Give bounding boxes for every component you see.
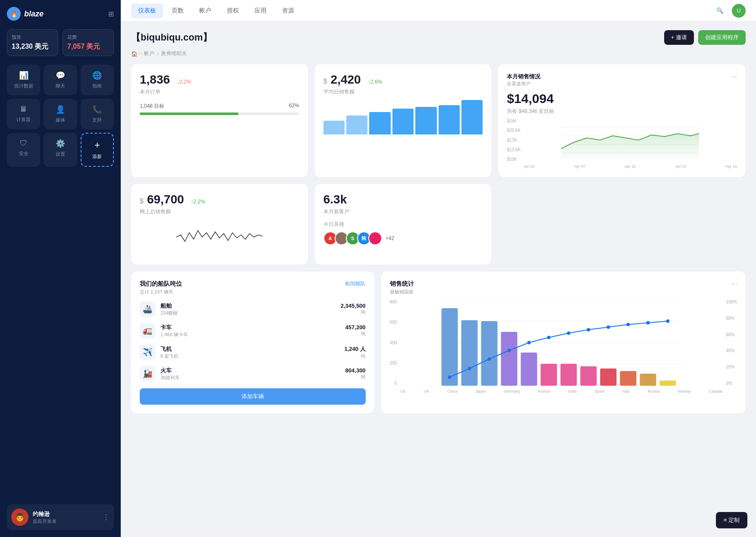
total-dollar: $ [140, 197, 144, 205]
x-us: US [400, 389, 406, 393]
tab-accounts[interactable]: 帐户 [192, 3, 218, 18]
tab-auth[interactable]: 授权 [220, 3, 246, 18]
progress-bar [140, 112, 299, 115]
monthly-chart-container: $24k $20.5K $17K $13.5K $10K [507, 119, 737, 169]
fleet-list: 🚢 船舶 234艘舰 2,345,500 吨 🚛 卡车 [140, 301, 366, 381]
svg-rect-14 [541, 364, 557, 386]
train-count: 36路列车 [160, 375, 340, 381]
sales-x-labels: US UK China Japan Germany France India S… [399, 389, 723, 393]
user-menu-icon[interactable]: ⋮ [103, 513, 110, 521]
fleet-title-area: 我们的船队吨位 总计 1,247 辆车 [140, 280, 182, 295]
sidebar-item-guide[interactable]: 🌐 指南 [81, 65, 114, 95]
svg-point-21 [448, 375, 452, 379]
sidebar-item-settings-label: 设置 [56, 151, 65, 157]
avg-sales-label: 平均日销售额 [323, 88, 483, 96]
stats-grid-bottom: $ 69,700 ↑2.2% 网上总销售额 6.3k 本月新客户 今日英雄 [131, 184, 746, 265]
progress-fill [140, 112, 238, 115]
svg-rect-16 [580, 366, 597, 386]
page-title: 【biqubiqu.com】 [131, 31, 212, 44]
user-avatar-btn[interactable]: U [732, 4, 746, 18]
sales-stats-card: 销售统计 最畅销国家 ··· 800 600 400 200 0 [381, 272, 746, 413]
orders-card: 1,836 ↓2.2% 本月订单 1,048 目标 62% [131, 64, 308, 177]
expense-card: 花费 7,057 美元 [63, 29, 114, 56]
top-nav: 仪表板 页数 帐户 授权 应用 资源 🔍 U [121, 0, 756, 22]
monthly-sales-more-btn[interactable]: ··· [731, 73, 737, 81]
sidebar-item-media[interactable]: 👤 媒体 [44, 99, 77, 129]
sidebar-item-support[interactable]: 📞 支持 [81, 99, 114, 129]
fleet-item-train: 🚂 火车 36路列车 804,300 吨 [140, 366, 366, 381]
tab-apps[interactable]: 应用 [248, 3, 273, 18]
ship-name: 船舶 [160, 302, 336, 310]
create-app-button[interactable]: 创建应用程序 [698, 30, 746, 45]
y-label-1: $24k [507, 119, 521, 123]
fleet-card: 我们的船队吨位 总计 1,247 辆车 检阅舰队 🚢 船舶 234艘舰 2,34… [131, 272, 374, 413]
invite-button[interactable]: + 邀请 [664, 30, 694, 45]
pct-20: 20% [726, 365, 737, 369]
train-unit: 吨 [345, 374, 366, 380]
train-amount: 804,300 [345, 367, 366, 374]
budget-label: 预算 [12, 34, 53, 41]
monthly-sales-title-area: 本月销售情况 全渠道用户 [507, 73, 540, 87]
svg-point-31 [646, 321, 650, 325]
total-sales-card: $ 69,700 ↑2.2% 网上总销售额 [131, 184, 308, 265]
customize-button[interactable]: ≡ 定制 [716, 512, 747, 528]
sales-stats-more-btn[interactable]: ··· [731, 280, 737, 288]
view-fleet-button[interactable]: 检阅舰队 [345, 280, 366, 287]
tab-dashboard[interactable]: 仪表板 [131, 3, 163, 18]
orders-change: ↓2.2% [177, 79, 191, 85]
ship-icon: 🚢 [140, 301, 155, 317]
top-nav-actions: 🔍 U [713, 4, 746, 18]
svg-rect-20 [660, 381, 676, 386]
plane-amount: 1,240 人 [344, 345, 365, 353]
x-japan: Japan [475, 389, 486, 393]
sidebar-item-calculator-label: 计算器 [16, 116, 31, 123]
pct-40: 40% [726, 348, 737, 353]
ship-count: 234艘舰 [160, 310, 336, 316]
svg-point-32 [666, 319, 670, 323]
sidebar-item-guide-label: 指南 [92, 83, 102, 89]
dollar-prefix: $ [323, 78, 327, 85]
guide-icon: 🌐 [92, 71, 102, 80]
tab-resources[interactable]: 资源 [275, 3, 301, 18]
y-600: 600 [390, 320, 397, 325]
new-customers-label: 本月新客户 [323, 208, 483, 215]
sidebar-item-stats[interactable]: 📊 统计数据 [7, 65, 40, 95]
x-italy: Italy [623, 389, 630, 393]
add-icon: + [94, 140, 100, 151]
monthly-sales-value: $14,094 [507, 91, 737, 106]
user-role: 反应开发者 [33, 518, 98, 525]
fleet-title: 我们的船队吨位 [140, 280, 182, 288]
y-400: 400 [390, 340, 397, 345]
sales-chart-area: 800 600 400 200 0 [390, 300, 737, 393]
nav-tabs: 仪表板 页数 帐户 授权 应用 资源 [131, 3, 301, 18]
y-800: 800 [390, 300, 397, 304]
train-info: 火车 36路列车 [160, 367, 340, 381]
y-label-5: $10K [507, 157, 521, 162]
logo: 🔥 blaze [7, 7, 44, 21]
add-vehicle-button[interactable]: 添加车辆 [140, 388, 366, 405]
sidebar-item-calculator[interactable]: 🖩 计算器 [7, 99, 40, 129]
tab-pages[interactable]: 页数 [165, 3, 191, 18]
x-france: France [538, 389, 550, 393]
orders-value: 1,836 [140, 73, 170, 87]
target-label: 1,048 目标 [140, 103, 164, 110]
truck-value: 457,200 吨 [345, 324, 366, 337]
plane-value: 1,240 人 吨 [344, 345, 365, 359]
bar-5 [415, 107, 436, 134]
plane-info: 飞机 8 架飞机 [160, 345, 339, 359]
content-area: 【biqubiqu.com】 + 邀请 创建应用程序 🏠 > 帐户 > 奥弗维耶… [121, 22, 756, 537]
sidebar-item-support-label: 支持 [92, 117, 102, 123]
sidebar-settings-icon[interactable]: ⊞ [108, 10, 114, 18]
bottom-grid: 我们的船队吨位 总计 1,247 辆车 检阅舰队 🚢 船舶 234艘舰 2,34… [131, 272, 746, 413]
sidebar-item-chat[interactable]: 💬 聊天 [44, 65, 77, 95]
calculator-icon: 🖩 [20, 105, 28, 114]
search-button[interactable]: 🔍 [713, 4, 727, 18]
pct-60: 60% [726, 332, 737, 337]
bar-7 [461, 100, 483, 134]
bar-6 [439, 105, 460, 134]
pct-80: 80% [726, 316, 737, 321]
sidebar-item-settings[interactable]: ⚙️ 设置 [44, 133, 77, 167]
sidebar-item-security[interactable]: 🛡 安全 [7, 133, 40, 167]
plane-count: 8 架飞机 [160, 353, 339, 359]
sidebar-item-add[interactable]: + 添新 [81, 133, 114, 167]
